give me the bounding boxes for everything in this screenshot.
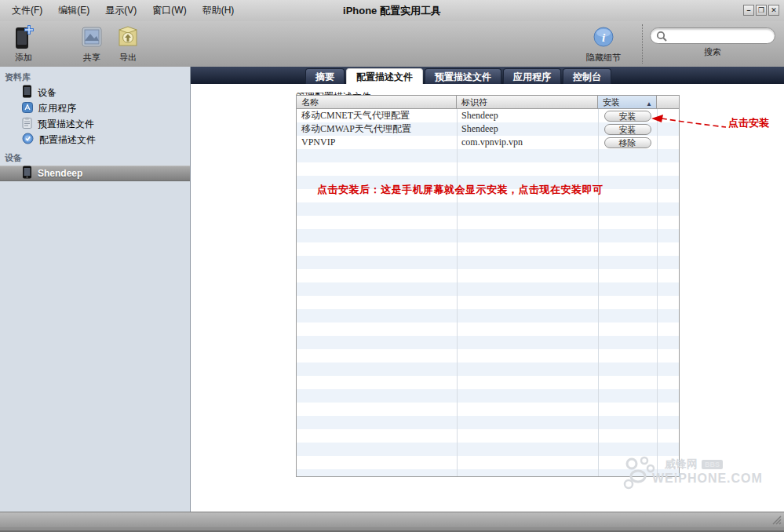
resize-grip[interactable]: [771, 514, 782, 525]
column-divider: [598, 109, 599, 476]
configuration-profile-icon: [22, 133, 34, 147]
table-row[interactable]: VPNVIP com.vpnvip.vpn 移除: [297, 136, 679, 149]
sidebar: 资料库 设备 应用程序 预置描述文件: [0, 67, 191, 512]
watermark-domain: WEiPHONE.COM: [652, 472, 763, 486]
provisioning-profile-icon: [22, 117, 32, 131]
sidebar-item-label: 应用程序: [38, 102, 76, 115]
profiles-table: 名称 标识符 安装 ▲ 移动CMNET天气代理配置 Shendeep: [296, 95, 680, 477]
sidebar-item-label: 设备: [38, 86, 57, 100]
menu-help[interactable]: 帮助(H): [195, 0, 242, 21]
sidebar-item-provisioning-profiles[interactable]: 预置描述文件: [0, 116, 190, 132]
annotation-note: 点击安装后：这是手机屏幕就会显示安装，点击现在安装即可: [317, 183, 603, 197]
watermark: 威锋网 BBS WEiPHONE.COM: [621, 456, 782, 494]
column-header-install-label: 安装: [603, 97, 620, 107]
table-row[interactable]: 移动CMWAP天气代理配置 Shendeep 安装: [297, 122, 679, 136]
device-name: Shendeep: [38, 168, 82, 179]
remove-button[interactable]: 移除: [604, 137, 651, 148]
table-row[interactable]: 移动CMNET天气代理配置 Shendeep 安装: [297, 109, 679, 122]
tab-provisioning-profiles[interactable]: 预置描述文件: [425, 68, 501, 84]
sidebar-item-label: 配置描述文件: [39, 133, 96, 147]
profile-identifier: com.vpnvip.vpn: [457, 137, 598, 148]
column-divider: [457, 109, 458, 476]
export-icon: [115, 24, 141, 50]
search-input[interactable]: [671, 29, 770, 42]
sidebar-item-applications[interactable]: 应用程序: [0, 100, 190, 116]
sidebar-device-shendeep[interactable]: Shendeep: [0, 166, 190, 181]
close-button[interactable]: ✕: [768, 5, 779, 16]
toolbar: 添加 共享 导出: [0, 21, 784, 67]
sidebar-devices-header: 设备: [0, 148, 190, 166]
tab-configuration-profiles[interactable]: 配置描述文件: [346, 68, 423, 84]
profile-name: VPNVIP: [297, 137, 457, 148]
add-device-icon: [10, 24, 37, 50]
install-button[interactable]: 安装: [604, 124, 651, 135]
menu-bar: 文件(F) 编辑(E) 显示(V) 窗口(W) 帮助(H) iPhone 配置实…: [0, 0, 784, 21]
toolbar-divider: [642, 24, 643, 64]
column-header-extra: [657, 96, 679, 108]
annotation-arrow-label: 点击安装: [728, 116, 769, 130]
search-icon: [656, 31, 668, 45]
info-icon: i: [590, 24, 617, 50]
hide-details-button[interactable]: i 隐藏细节: [581, 24, 626, 64]
export-label: 导出: [119, 52, 137, 64]
main-panel: 摘要 配置描述文件 预置描述文件 应用程序 控制台 管理配置描述文件 名称 标识…: [191, 67, 784, 512]
table-body: 移动CMNET天气代理配置 Shendeep 安装 移动CMWAP天气代理配置 …: [297, 109, 679, 476]
sidebar-library-header: 资料库: [0, 67, 190, 85]
watermark-site-name: 威锋网: [665, 457, 698, 472]
profile-name: 移动CMWAP天气代理配置: [297, 122, 457, 136]
status-bar: [0, 512, 784, 527]
hide-details-label: 隐藏细节: [586, 52, 621, 64]
minimize-button[interactable]: –: [743, 5, 754, 16]
tab-bar: 摘要 配置描述文件 预置描述文件 应用程序 控制台: [191, 67, 784, 84]
sidebar-item-configuration-profiles[interactable]: 配置描述文件: [0, 132, 190, 148]
column-header-identifier[interactable]: 标识符: [457, 96, 598, 108]
apps-icon: [22, 102, 33, 115]
table-header: 名称 标识符 安装 ▲: [297, 96, 679, 109]
maximize-button[interactable]: ❐: [756, 5, 767, 16]
sidebar-item-label: 预置描述文件: [38, 118, 94, 131]
profile-identifier: Shendeep: [457, 110, 598, 122]
add-label: 添加: [15, 52, 32, 64]
window-bottom-edge: [0, 527, 784, 532]
share-label: 共享: [83, 52, 100, 64]
share-icon: [78, 24, 105, 50]
tab-applications[interactable]: 应用程序: [503, 68, 561, 84]
profile-name: 移动CMNET天气代理配置: [297, 109, 457, 122]
menu-window[interactable]: 窗口(W): [144, 0, 194, 21]
menu-view[interactable]: 显示(V): [97, 0, 144, 21]
profile-identifier: Shendeep: [457, 123, 598, 135]
iphone-icon: [22, 166, 32, 181]
column-header-name[interactable]: 名称: [297, 96, 457, 108]
add-button[interactable]: 添加: [1, 24, 46, 64]
menu-file[interactable]: 文件(F): [4, 0, 50, 21]
sidebar-item-devices[interactable]: 设备: [0, 85, 190, 100]
tab-summary[interactable]: 摘要: [305, 68, 345, 84]
app-window: 文件(F) 编辑(E) 显示(V) 窗口(W) 帮助(H) iPhone 配置实…: [0, 0, 784, 532]
annotation-arrow-icon: [651, 111, 727, 134]
column-header-install[interactable]: 安装 ▲: [598, 96, 657, 108]
iphone-icon: [22, 85, 32, 100]
watermark-badge: BBS: [702, 460, 723, 469]
tab-console[interactable]: 控制台: [563, 68, 611, 84]
search-box[interactable]: [650, 27, 775, 44]
export-button[interactable]: 导出: [105, 24, 151, 64]
install-button[interactable]: 安装: [604, 111, 651, 122]
search-label: 搜索: [650, 46, 775, 58]
menu-edit[interactable]: 编辑(E): [50, 0, 97, 21]
column-divider: [657, 109, 658, 476]
